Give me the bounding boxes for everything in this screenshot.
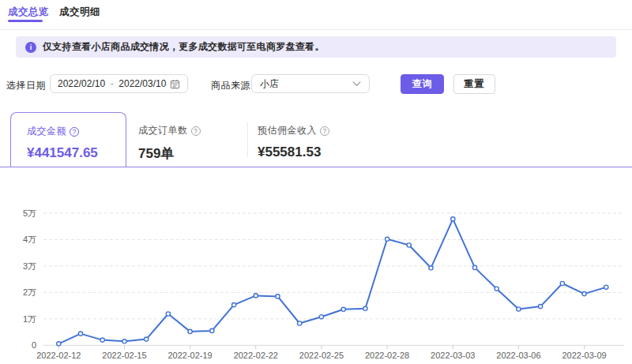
- source-label: 商品来源: [211, 79, 250, 92]
- filter-bar: 选择日期 2022/02/10 - 2022/03/10 商品来源 小店 查询 …: [0, 74, 632, 95]
- tab-label: 成交总览: [8, 6, 49, 17]
- stat-label: 预估佣金收入: [258, 124, 317, 137]
- date-separator: -: [111, 78, 114, 89]
- transaction-overview-page: 成交总览 成交明细 i 仅支持查看小店商品成交情况，更多成交数据可至电商罗盘查看…: [0, 0, 632, 364]
- date-start-value: 2022/02/10: [58, 78, 105, 89]
- banner-text: 仅支持查看小店商品成交情况，更多成交数据可至电商罗盘查看。: [43, 40, 325, 54]
- tab-bar: 成交总览 成交明细: [0, 0, 632, 30]
- stat-label: 成交订单数: [138, 124, 188, 137]
- source-select-value: 小店: [260, 77, 279, 91]
- svg-text:2022-03-09: 2022-03-09: [562, 351, 606, 360]
- info-icon: i: [25, 42, 36, 53]
- calendar-icon: [170, 79, 180, 89]
- svg-text:0: 0: [32, 340, 36, 350]
- stat-label: 成交金额: [27, 125, 66, 138]
- help-icon[interactable]: ?: [70, 127, 79, 137]
- stat-card-order-count[interactable]: 成交订单数 ? 759单: [138, 124, 201, 163]
- chevron-down-icon: [352, 81, 361, 87]
- help-icon[interactable]: ?: [191, 126, 201, 136]
- tab-transaction-detail[interactable]: 成交明细: [59, 6, 100, 19]
- help-icon[interactable]: ?: [320, 126, 329, 136]
- svg-text:2022-02-28: 2022-02-28: [365, 351, 409, 360]
- svg-text:2万: 2万: [23, 287, 36, 297]
- stat-value: ¥55581.53: [258, 144, 329, 160]
- transactions-line-chart: 01万2万3万4万5万2022-02-122022-02-152022-02-1…: [0, 190, 632, 364]
- date-range-input[interactable]: 2022/02/10 - 2022/03/10: [50, 74, 188, 93]
- svg-text:5万: 5万: [23, 208, 36, 218]
- svg-text:4万: 4万: [23, 235, 36, 244]
- info-banner: i 仅支持查看小店商品成交情况，更多成交数据可至电商罗盘查看。: [16, 36, 616, 58]
- svg-text:1万: 1万: [23, 314, 36, 324]
- stat-card-commission-income[interactable]: 预估佣金收入 ? ¥55581.53: [258, 124, 329, 160]
- stat-value: ¥441547.65: [27, 145, 126, 161]
- stats-underline: [0, 167, 632, 167]
- date-end-value: 2022/03/10: [118, 78, 166, 89]
- svg-text:2022-02-15: 2022-02-15: [102, 351, 146, 360]
- source-select[interactable]: 小店: [251, 74, 370, 93]
- card-divider: [247, 122, 248, 157]
- date-label: 选择日期: [6, 79, 46, 92]
- reset-button[interactable]: 重置: [453, 74, 495, 94]
- tab-label: 成交明细: [59, 6, 100, 17]
- svg-text:2022-03-03: 2022-03-03: [431, 351, 475, 360]
- query-button[interactable]: 查询: [401, 74, 444, 94]
- svg-text:2022-02-19: 2022-02-19: [167, 351, 212, 360]
- stat-card-transaction-amount[interactable]: 成交金额 ? ¥441547.65: [10, 112, 126, 167]
- stat-value: 759单: [138, 144, 201, 163]
- svg-text:2022-02-22: 2022-02-22: [234, 351, 278, 360]
- svg-text:2022-02-25: 2022-02-25: [299, 351, 344, 360]
- svg-text:2022-03-06: 2022-03-06: [496, 351, 540, 360]
- svg-text:3万: 3万: [23, 261, 36, 271]
- svg-text:2022-02-12: 2022-02-12: [36, 351, 81, 360]
- tab-transaction-overview[interactable]: 成交总览: [8, 6, 49, 19]
- active-tab-indicator: [8, 20, 43, 22]
